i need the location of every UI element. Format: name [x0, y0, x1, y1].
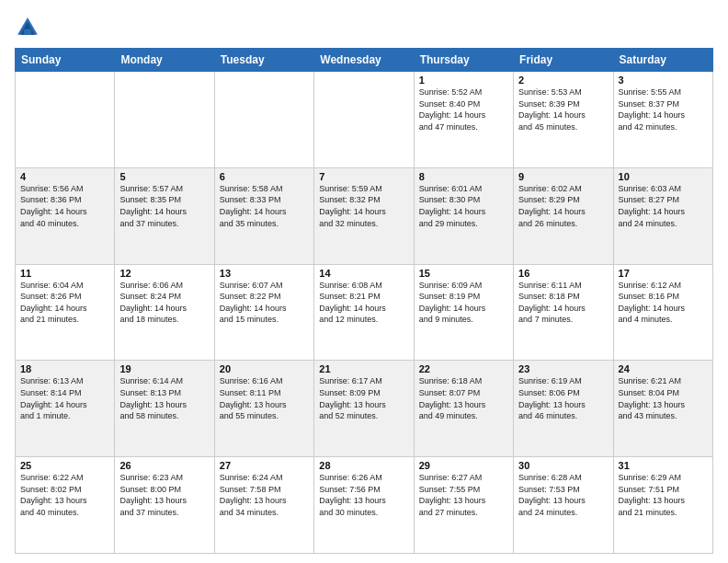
day-info: Sunrise: 6:26 AM Sunset: 7:56 PM Dayligh… [319, 472, 408, 518]
calendar-cell: 9Sunrise: 6:02 AM Sunset: 8:29 PM Daylig… [514, 167, 613, 264]
day-number: 26 [119, 460, 209, 471]
week-row-2: 4Sunrise: 5:56 AM Sunset: 8:36 PM Daylig… [16, 167, 713, 264]
calendar-cell: 20Sunrise: 6:16 AM Sunset: 8:11 PM Dayli… [214, 361, 313, 457]
day-number: 21 [319, 363, 408, 374]
day-number: 25 [20, 460, 109, 471]
day-info: Sunrise: 6:06 AM Sunset: 8:24 PM Dayligh… [119, 280, 209, 326]
day-info: Sunrise: 6:09 AM Sunset: 8:19 PM Dayligh… [419, 280, 508, 326]
day-info: Sunrise: 6:22 AM Sunset: 8:02 PM Dayligh… [20, 472, 109, 518]
day-info: Sunrise: 6:13 AM Sunset: 8:14 PM Dayligh… [20, 375, 109, 421]
calendar-cell: 10Sunrise: 6:03 AM Sunset: 8:27 PM Dayli… [613, 167, 712, 264]
weekday-header-thursday: Thursday [414, 49, 513, 72]
day-info: Sunrise: 6:01 AM Sunset: 8:30 PM Dayligh… [419, 183, 508, 229]
day-info: Sunrise: 5:53 AM Sunset: 8:39 PM Dayligh… [518, 86, 608, 132]
calendar-cell: 27Sunrise: 6:24 AM Sunset: 7:58 PM Dayli… [214, 457, 313, 554]
day-number: 20 [220, 363, 309, 374]
day-number: 13 [220, 268, 309, 279]
day-number: 6 [220, 171, 309, 182]
weekday-header-tuesday: Tuesday [214, 49, 313, 72]
day-number: 12 [119, 268, 209, 279]
weekday-header-wednesday: Wednesday [314, 49, 414, 72]
day-number: 14 [319, 268, 408, 279]
day-info: Sunrise: 6:28 AM Sunset: 7:53 PM Dayligh… [518, 472, 608, 518]
calendar-cell: 19Sunrise: 6:14 AM Sunset: 8:13 PM Dayli… [115, 361, 214, 457]
day-info: Sunrise: 6:17 AM Sunset: 8:09 PM Dayligh… [319, 375, 408, 421]
calendar-cell: 12Sunrise: 6:06 AM Sunset: 8:24 PM Dayli… [115, 264, 214, 361]
day-number: 23 [518, 363, 608, 374]
calendar-cell: 15Sunrise: 6:09 AM Sunset: 8:19 PM Dayli… [414, 264, 513, 361]
day-info: Sunrise: 5:55 AM Sunset: 8:37 PM Dayligh… [619, 86, 708, 132]
day-info: Sunrise: 6:02 AM Sunset: 8:29 PM Dayligh… [518, 183, 608, 229]
day-info: Sunrise: 5:57 AM Sunset: 8:35 PM Dayligh… [119, 183, 209, 229]
weekday-header-sunday: Sunday [16, 49, 115, 72]
day-number: 16 [518, 268, 608, 279]
day-info: Sunrise: 6:08 AM Sunset: 8:21 PM Dayligh… [319, 280, 408, 326]
calendar-cell: 18Sunrise: 6:13 AM Sunset: 8:14 PM Dayli… [16, 361, 115, 457]
calendar-cell: 14Sunrise: 6:08 AM Sunset: 8:21 PM Dayli… [314, 264, 414, 361]
calendar-cell: 4Sunrise: 5:56 AM Sunset: 8:36 PM Daylig… [16, 167, 115, 264]
weekday-header-monday: Monday [115, 49, 214, 72]
calendar-cell [115, 72, 214, 168]
day-info: Sunrise: 6:11 AM Sunset: 8:18 PM Dayligh… [518, 280, 608, 326]
day-info: Sunrise: 6:29 AM Sunset: 7:51 PM Dayligh… [619, 472, 708, 518]
day-number: 4 [20, 171, 109, 182]
weekday-header-friday: Friday [514, 49, 613, 72]
calendar-cell: 31Sunrise: 6:29 AM Sunset: 7:51 PM Dayli… [613, 457, 712, 554]
day-number: 30 [518, 460, 608, 471]
week-row-3: 11Sunrise: 6:04 AM Sunset: 8:26 PM Dayli… [16, 264, 713, 361]
calendar-cell: 7Sunrise: 5:59 AM Sunset: 8:32 PM Daylig… [314, 167, 414, 264]
week-row-1: 1Sunrise: 5:52 AM Sunset: 8:40 PM Daylig… [16, 72, 713, 168]
calendar-cell: 8Sunrise: 6:01 AM Sunset: 8:30 PM Daylig… [414, 167, 513, 264]
day-number: 18 [20, 363, 109, 374]
calendar-cell: 11Sunrise: 6:04 AM Sunset: 8:26 PM Dayli… [16, 264, 115, 361]
day-number: 29 [419, 460, 508, 471]
page: SundayMondayTuesdayWednesdayThursdayFrid… [0, 0, 728, 563]
day-number: 10 [619, 171, 708, 182]
day-number: 28 [319, 460, 408, 471]
svg-rect-2 [24, 29, 31, 35]
calendar-cell [314, 72, 414, 168]
weekday-header-row: SundayMondayTuesdayWednesdayThursdayFrid… [16, 49, 713, 72]
logo-icon [15, 15, 40, 40]
calendar-cell [214, 72, 313, 168]
calendar-cell: 24Sunrise: 6:21 AM Sunset: 8:04 PM Dayli… [613, 361, 712, 457]
day-number: 8 [419, 171, 508, 182]
day-number: 1 [419, 75, 508, 86]
day-info: Sunrise: 6:24 AM Sunset: 7:58 PM Dayligh… [220, 472, 309, 518]
calendar-cell: 30Sunrise: 6:28 AM Sunset: 7:53 PM Dayli… [514, 457, 613, 554]
weekday-header-saturday: Saturday [613, 49, 712, 72]
calendar-cell: 17Sunrise: 6:12 AM Sunset: 8:16 PM Dayli… [613, 264, 712, 361]
day-number: 24 [619, 363, 708, 374]
day-number: 5 [119, 171, 209, 182]
day-number: 31 [619, 460, 708, 471]
calendar-cell: 5Sunrise: 5:57 AM Sunset: 8:35 PM Daylig… [115, 167, 214, 264]
calendar-cell: 6Sunrise: 5:58 AM Sunset: 8:33 PM Daylig… [214, 167, 313, 264]
calendar-cell: 28Sunrise: 6:26 AM Sunset: 7:56 PM Dayli… [314, 457, 414, 554]
logo [15, 15, 44, 40]
day-number: 17 [619, 268, 708, 279]
day-info: Sunrise: 6:03 AM Sunset: 8:27 PM Dayligh… [619, 183, 708, 229]
day-number: 19 [119, 363, 209, 374]
calendar-cell: 29Sunrise: 6:27 AM Sunset: 7:55 PM Dayli… [414, 457, 513, 554]
day-info: Sunrise: 6:07 AM Sunset: 8:22 PM Dayligh… [220, 280, 309, 326]
day-number: 22 [419, 363, 508, 374]
day-info: Sunrise: 6:18 AM Sunset: 8:07 PM Dayligh… [419, 375, 508, 421]
day-number: 11 [20, 268, 109, 279]
week-row-4: 18Sunrise: 6:13 AM Sunset: 8:14 PM Dayli… [16, 361, 713, 457]
day-number: 9 [518, 171, 608, 182]
calendar-cell: 25Sunrise: 6:22 AM Sunset: 8:02 PM Dayli… [16, 457, 115, 554]
day-info: Sunrise: 6:16 AM Sunset: 8:11 PM Dayligh… [220, 375, 309, 421]
calendar-cell: 21Sunrise: 6:17 AM Sunset: 8:09 PM Dayli… [314, 361, 414, 457]
day-info: Sunrise: 6:23 AM Sunset: 8:00 PM Dayligh… [119, 472, 209, 518]
day-number: 2 [518, 75, 608, 86]
day-info: Sunrise: 5:58 AM Sunset: 8:33 PM Dayligh… [220, 183, 309, 229]
calendar-cell: 23Sunrise: 6:19 AM Sunset: 8:06 PM Dayli… [514, 361, 613, 457]
calendar-cell [16, 72, 115, 168]
day-info: Sunrise: 6:14 AM Sunset: 8:13 PM Dayligh… [119, 375, 209, 421]
calendar-cell: 3Sunrise: 5:55 AM Sunset: 8:37 PM Daylig… [613, 72, 712, 168]
calendar-cell: 2Sunrise: 5:53 AM Sunset: 8:39 PM Daylig… [514, 72, 613, 168]
day-number: 27 [220, 460, 309, 471]
day-info: Sunrise: 5:56 AM Sunset: 8:36 PM Dayligh… [20, 183, 109, 229]
day-number: 3 [619, 75, 708, 86]
day-info: Sunrise: 6:12 AM Sunset: 8:16 PM Dayligh… [619, 280, 708, 326]
